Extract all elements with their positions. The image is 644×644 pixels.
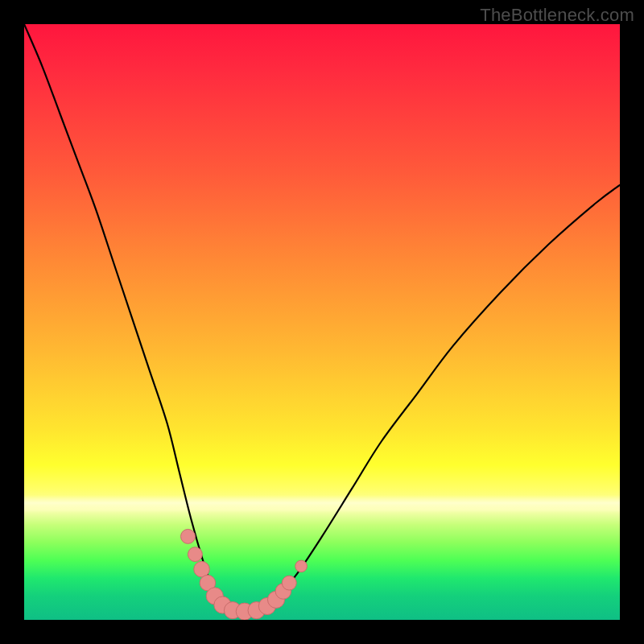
curve-marker bbox=[188, 547, 202, 562]
curve-group bbox=[24, 24, 620, 611]
watermark-text: TheBottleneck.com bbox=[480, 5, 634, 26]
chart-frame: TheBottleneck.com bbox=[0, 0, 644, 644]
curve-marker bbox=[181, 529, 196, 543]
curve-marker bbox=[282, 576, 296, 590]
chart-svg bbox=[24, 24, 620, 620]
curve-marker bbox=[295, 560, 308, 572]
marker-group bbox=[181, 529, 308, 620]
plot-area bbox=[24, 24, 620, 620]
bottleneck-curve bbox=[24, 24, 620, 611]
